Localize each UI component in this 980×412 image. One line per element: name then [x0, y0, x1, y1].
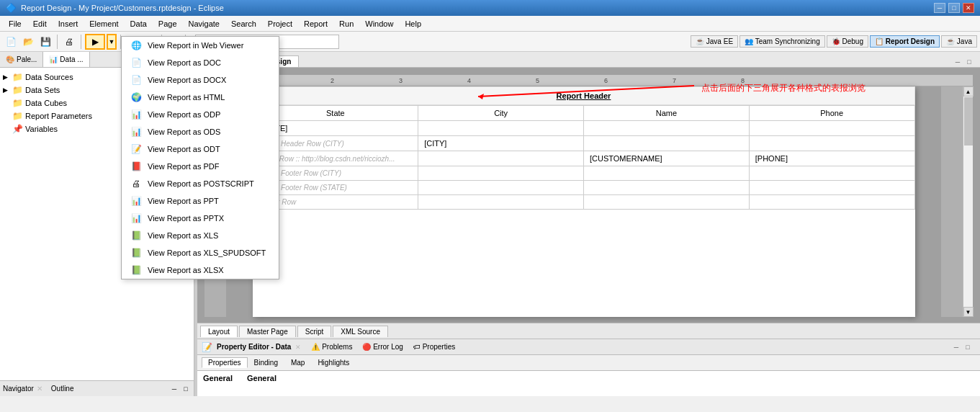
menu-window[interactable]: Window	[359, 18, 399, 30]
menu-view-odp[interactable]: 📊 View Report as ODP	[122, 106, 279, 123]
minimize-editor-button[interactable]: ─	[953, 57, 963, 67]
scroll-up-button[interactable]: ▲	[963, 86, 974, 97]
menu-project[interactable]: Project	[262, 18, 298, 30]
menu-insert[interactable]: Insert	[53, 18, 84, 30]
tab-master-page[interactable]: Master Page	[239, 326, 296, 337]
left-tab-data[interactable]: 📊 Data ...	[43, 52, 89, 67]
tab-xml-source[interactable]: XML Source	[333, 326, 388, 337]
menu-view-web[interactable]: 🌐 View Report in Web Viewer	[122, 37, 279, 54]
menu-element[interactable]: Element	[84, 18, 124, 30]
cell-empty	[749, 181, 914, 195]
menu-view-odt[interactable]: 📝 View Report as ODT	[122, 140, 279, 158]
menu-edit[interactable]: Edit	[27, 18, 53, 30]
editor-controls: ─ □	[953, 57, 977, 67]
nav-controls: ─ □	[169, 384, 191, 394]
menu-view-ods[interactable]: 📊 View Report as ODS	[122, 123, 279, 140]
menu-view-xlsx[interactable]: 📗 View Report as XLSX	[122, 261, 279, 279]
save-button[interactable]: 💾	[37, 34, 53, 50]
html-icon: 🌍	[130, 91, 142, 103]
menu-view-xls-spudsoft[interactable]: 📗 View Report as XLS_SPUDSOFT	[122, 244, 279, 261]
close-property-tab[interactable]: ✕	[295, 344, 301, 351]
scroll-thumb	[964, 97, 973, 145]
menu-view-xls[interactable]: 📗 View Report as XLS	[122, 227, 279, 244]
pptx-icon: 📊	[130, 212, 142, 224]
scroll-down-button[interactable]: ▼	[963, 307, 974, 317]
perspective-report-design[interactable]: 📋 Report Design	[870, 35, 940, 48]
maximize-editor-button[interactable]: □	[964, 57, 974, 67]
cell-empty	[584, 121, 750, 136]
inner-tab-binding[interactable]: Binding	[248, 357, 284, 368]
view-report-button[interactable]: ▶	[85, 34, 105, 50]
menu-view-ppt[interactable]: 📊 View Report as PPT	[122, 192, 279, 210]
properties-tab[interactable]: 🏷 Properties	[413, 343, 455, 351]
menu-search[interactable]: Search	[225, 18, 262, 30]
error-log-tab[interactable]: 🔴 Error Log	[362, 343, 403, 351]
cell-empty	[584, 181, 750, 195]
tree-label-variables: Variables	[25, 125, 58, 133]
report-canvas-wrapper[interactable]: 1 2 3 4 5 6 7 8 点击后面的下三角展开各种格式的表报浏览	[197, 68, 980, 323]
inner-tab-properties[interactable]: Properties	[202, 357, 248, 368]
outline-tab[interactable]: Outline	[51, 385, 74, 393]
report-container: m Report Header State City	[204, 86, 973, 317]
tab-script[interactable]: Script	[297, 326, 332, 337]
maximize-nav-button[interactable]: □	[181, 384, 191, 394]
title-bar: 🔷 Report Design - My Project/Customers.r…	[0, 0, 980, 16]
menu-navigate[interactable]: Navigate	[183, 18, 225, 30]
table-row: [STATE]	[253, 121, 914, 136]
menu-view-docx[interactable]: 📄 View Report as DOCX	[122, 71, 279, 89]
property-editor-tab[interactable]: Property Editor - Data	[217, 343, 291, 351]
bottom-panel-header: 📝 Property Editor - Data ✕ ⚠️ Problems 🔴…	[197, 339, 980, 355]
table-row: Detail Row :: http://blog.csdn.net/ricci…	[253, 151, 914, 166]
menu-view-postscript[interactable]: 🖨 View Report as POSTSCRIPT	[122, 175, 279, 192]
perspective-area: ☕ Java EE 👥 Team Synchronizing 🐞 Debug 📋…	[691, 35, 977, 48]
ods-icon: 📊	[130, 126, 142, 138]
app-icon: 🔷	[6, 3, 17, 13]
menu-view-pdf[interactable]: 📕 View Report as PDF	[122, 158, 279, 175]
maximize-bottom-button[interactable]: □	[963, 342, 973, 352]
menu-run[interactable]: Run	[333, 18, 359, 30]
minimize-button[interactable]: ─	[934, 3, 945, 13]
cell-empty	[584, 166, 750, 181]
tree-label-report-parameters: Report Parameters	[25, 112, 92, 120]
view-report-dropdown[interactable]: ▼	[107, 34, 117, 50]
minimize-nav-button[interactable]: ─	[169, 384, 179, 394]
cell-empty	[749, 166, 914, 181]
menu-file[interactable]: File	[3, 18, 27, 30]
bottom-left-bar: Navigator ✕ Outline ─ □	[0, 380, 194, 396]
maximize-button[interactable]: □	[948, 3, 960, 13]
vertical-scrollbar[interactable]: ▲ ▼	[963, 86, 973, 317]
cell-empty	[584, 136, 750, 151]
docx-icon: 📄	[130, 74, 142, 86]
col-phone: Phone	[749, 106, 914, 121]
menu-report[interactable]: Report	[298, 18, 333, 30]
inner-tab-highlights[interactable]: Highlights	[311, 357, 356, 368]
perspective-java[interactable]: ☕ Java	[941, 35, 977, 48]
inner-tab-map[interactable]: Map	[284, 357, 311, 368]
editor-tab-bar: 📋 Customers.rptdesign ─ □	[197, 52, 980, 68]
variable-icon: 📌	[12, 124, 23, 134]
menu-data[interactable]: Data	[125, 18, 153, 30]
menu-view-html[interactable]: 🌍 View Report as HTML	[122, 89, 279, 106]
minimize-bottom-button[interactable]: ─	[951, 342, 961, 352]
menu-view-doc[interactable]: 📄 View Report as DOC	[122, 54, 279, 71]
perspective-java-ee[interactable]: ☕ Java EE	[691, 35, 738, 48]
table-row: Footer Row	[253, 195, 914, 210]
print-button[interactable]: 🖨	[61, 34, 77, 50]
perspective-debug[interactable]: 🐞 Debug	[827, 35, 868, 48]
menu-page[interactable]: Page	[153, 18, 183, 30]
xls-icon: 📗	[130, 230, 142, 241]
navigator-tab[interactable]: Navigator	[3, 385, 34, 393]
new-button[interactable]: 📄	[3, 34, 19, 50]
close-button[interactable]: ✕	[963, 3, 974, 13]
table-row: Group Footer Row (CITY)	[253, 166, 914, 181]
bottom-panel-controls: ─ □	[951, 342, 976, 352]
perspective-team[interactable]: 👥 Team Synchronizing	[740, 35, 825, 48]
left-tab-palette[interactable]: 🎨 Pale...	[0, 52, 43, 67]
problems-tab[interactable]: ⚠️ Problems	[311, 343, 352, 351]
cell-city: [CITY]	[418, 136, 584, 151]
menu-help[interactable]: Help	[399, 18, 427, 30]
general-section-2: General	[247, 374, 277, 382]
tab-layout[interactable]: Layout	[200, 326, 238, 337]
open-button[interactable]: 📂	[20, 34, 36, 50]
menu-view-pptx[interactable]: 📊 View Report as PPTX	[122, 210, 279, 227]
